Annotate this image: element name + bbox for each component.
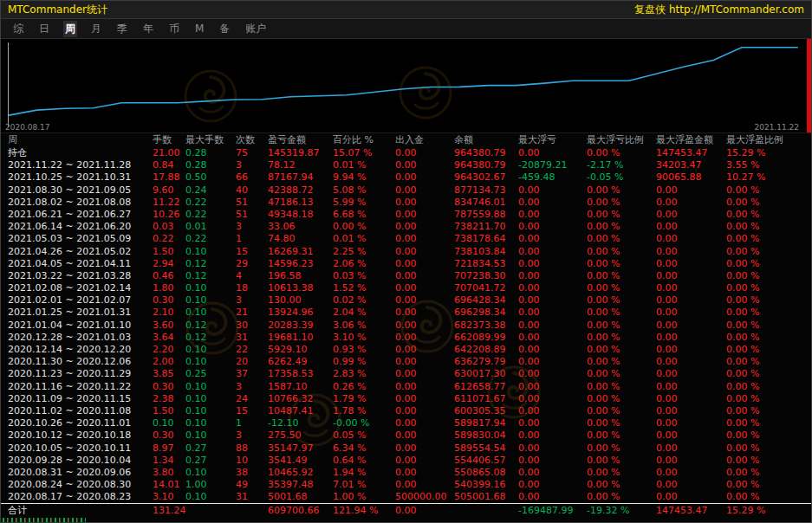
row-cell: -20879.21 (518, 159, 587, 171)
menu-item-综[interactable]: 综 (11, 21, 25, 37)
menu-item-月[interactable]: 月 (89, 21, 103, 37)
table-row[interactable]: 2021.11.22 ~ 2021.11.280.840.28378.120.0… (1, 159, 811, 171)
table-row[interactable]: 2020.10.05 ~ 2020.10.118.970.278835147.9… (1, 442, 811, 455)
row-cell: 2.04 % (333, 307, 395, 319)
menu-item-周[interactable]: 周 (63, 21, 77, 37)
table-row[interactable]: 2021.02.01 ~ 2021.02.070.300.103130.000.… (1, 294, 811, 307)
table-row[interactable]: 2021.08.02 ~ 2021.08.0811.220.225147186.… (1, 197, 811, 209)
table-row[interactable]: 2021.08.30 ~ 2021.09.059.600.244042388.7… (1, 184, 811, 197)
chart-scrollbar[interactable] (807, 39, 811, 132)
row-cell: 10465.92 (268, 467, 333, 479)
table-row[interactable]: 2021.10.25 ~ 2021.10.3117.880.506687167.… (1, 171, 811, 184)
brand-link[interactable]: 复盘侠 http://MTCommander.com (634, 3, 804, 17)
table-row[interactable]: 2020.11.09 ~ 2020.11.152.380.102410766.3… (1, 393, 811, 405)
total-cell: -19.32 % (587, 504, 656, 517)
row-cell: 0.00 (395, 197, 454, 209)
table-row[interactable]: 2021.01.04 ~ 2021.01.103.600.123020283.3… (1, 320, 811, 332)
row-cell: 877134.73 (454, 184, 518, 197)
table-row[interactable]: 2020.12.14 ~ 2020.12.202.200.10225929.10… (1, 344, 811, 356)
table-row[interactable]: 2020.11.02 ~ 2020.11.081.500.101510487.4… (1, 405, 811, 417)
total-cell: 147453.47 (656, 504, 726, 517)
table-row[interactable]: 2021.06.21 ~ 2021.06.2710.260.225149348.… (1, 209, 811, 221)
table-row[interactable]: 2020.12.28 ~ 2021.01.033.640.123119681.1… (1, 332, 811, 344)
row-cell: 15.07 % (333, 147, 395, 159)
row-cell: 0.27 (185, 442, 236, 455)
row-cell: 0.00 % (726, 246, 811, 258)
row-cell: 0.01 % (333, 159, 395, 171)
row-cell: 49348.18 (268, 209, 333, 221)
row-cell: 0.00 % (726, 233, 811, 245)
table-row[interactable]: 2020.08.31 ~ 2020.09.063.800.103810465.9… (1, 467, 811, 479)
row-cell: 0.00 (656, 429, 726, 442)
row-cell: 0.00 % (587, 393, 656, 405)
row-cell: 145319.87 (268, 147, 333, 159)
table-row[interactable]: 2020.10.26 ~ 2020.11.010.100.101-12.10-0… (1, 417, 811, 429)
equity-line (9, 48, 798, 115)
row-cell: 15 (236, 246, 268, 258)
table-row[interactable]: 2020.09.28 ~ 2020.10.041.340.27103541.49… (1, 455, 811, 467)
table-row[interactable]: 2020.10.12 ~ 2020.10.180.300.103275.500.… (1, 429, 811, 442)
row-cell: 5.99 % (333, 197, 395, 209)
column-header: 最大浮亏比例 (587, 133, 656, 147)
table-row[interactable]: 2021.01.25 ~ 2021.01.312.100.102113924.9… (1, 307, 811, 319)
row-cell: 696298.34 (454, 307, 518, 319)
row-cell: 1.34 (153, 455, 185, 467)
row-cell: 0.00 % (587, 294, 656, 307)
row-period: 2020.11.30 ~ 2020.12.06 (8, 356, 153, 368)
table-row[interactable]: 2020.08.24 ~ 2020.08.3014.011.004935397.… (1, 479, 811, 491)
table-row[interactable]: 2020.11.23 ~ 2020.11.293.850.253717358.5… (1, 368, 811, 380)
menu-item-年[interactable]: 年 (141, 21, 155, 37)
row-cell: 0.00 (656, 294, 726, 307)
table-row[interactable]: 2020.08.17 ~ 2020.08.233.100.10315001.68… (1, 491, 811, 503)
row-cell: 0.00 % (587, 184, 656, 197)
table-row[interactable]: 2021.04.26 ~ 2021.05.021.500.101516269.3… (1, 246, 811, 258)
row-cell: 0.01 (185, 221, 236, 233)
row-cell: 15.29 % (726, 147, 811, 159)
table-row[interactable]: 2020.11.16 ~ 2020.11.220.300.1031587.100… (1, 381, 811, 393)
table-row[interactable]: 2021.04.05 ~ 2021.04.112.940.122914596.2… (1, 258, 811, 270)
row-cell: 21.00 (153, 147, 185, 159)
row-cell: 0.00 % (726, 467, 811, 479)
row-cell: 0.00 (656, 320, 726, 332)
row-cell: 3.60 (153, 320, 185, 332)
row-cell: 0.27 (185, 455, 236, 467)
row-period: 2021.02.08 ~ 2021.02.14 (8, 282, 153, 294)
row-cell: 10487.41 (268, 405, 333, 417)
row-cell: 7.01 % (333, 479, 395, 491)
row-cell: 0.00 (518, 429, 587, 442)
menu-item-账户[interactable]: 账户 (244, 21, 268, 37)
row-cell: 0.00 % (726, 221, 811, 233)
row-cell: 589817.94 (454, 417, 518, 429)
column-header: 余额 (454, 133, 518, 147)
table-row[interactable]: 2021.05.03 ~ 2021.05.090.220.22174.800.0… (1, 233, 811, 245)
table-row[interactable]: 持仓21.000.2875145319.8715.07 %0.00964380.… (1, 147, 811, 159)
row-cell: 0.00 (395, 184, 454, 197)
menu-item-日[interactable]: 日 (37, 21, 51, 37)
row-period: 2021.04.26 ~ 2021.05.02 (8, 246, 153, 258)
table-row[interactable]: 2020.11.30 ~ 2020.12.062.000.10206262.49… (1, 356, 811, 368)
row-cell: 611071.67 (454, 393, 518, 405)
menu-item-季[interactable]: 季 (115, 21, 129, 37)
row-cell: 0.00 (656, 258, 726, 270)
row-cell: 0.00 (656, 197, 726, 209)
menu-item-备[interactable]: 备 (218, 21, 231, 37)
row-cell: 0.00 % (587, 491, 656, 503)
row-cell: 0.00 (395, 209, 454, 221)
chart-end-date: 2021.11.22 (754, 123, 799, 132)
row-cell: 10766.32 (268, 393, 333, 405)
menu-item-币[interactable]: 币 (167, 21, 181, 37)
table-row[interactable]: 2021.03.22 ~ 2021.03.280.460.124196.580.… (1, 270, 811, 282)
row-cell: 0.00 % (587, 320, 656, 332)
total-label: 合计 (8, 504, 153, 517)
table-row[interactable]: 2021.02.08 ~ 2021.02.141.800.101810613.3… (1, 282, 811, 294)
row-cell: 3.85 (153, 368, 185, 380)
row-cell: 964302.67 (454, 171, 518, 184)
table-row[interactable]: 2021.06.14 ~ 2021.06.200.030.01333.060.0… (1, 221, 811, 233)
row-cell: 3541.49 (268, 455, 333, 467)
row-cell: -12.10 (268, 417, 333, 429)
row-cell: 0.00 (518, 417, 587, 429)
row-cell: 0.10 (185, 307, 236, 319)
menu-item-M[interactable]: M (193, 22, 205, 36)
row-cell: 31 (236, 491, 268, 503)
row-cell: 0.84 (153, 159, 185, 171)
